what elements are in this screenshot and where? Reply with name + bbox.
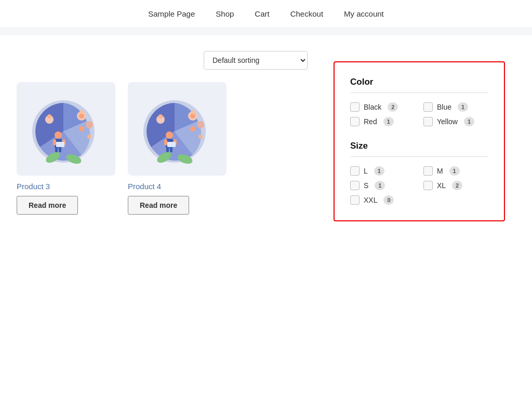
size-label-m: M [437, 167, 443, 175]
svg-rect-27 [167, 142, 176, 147]
color-label-blue: Blue [437, 103, 451, 111]
svg-point-3 [55, 131, 62, 139]
color-divider [350, 92, 488, 93]
svg-point-33 [158, 114, 163, 118]
size-option-xl[interactable]: XL 2 [423, 181, 488, 190]
size-count-s: 1 [375, 181, 385, 190]
svg-rect-7 [55, 147, 58, 152]
checkbox-blue[interactable] [423, 102, 433, 112]
size-count-l: 1 [374, 166, 384, 176]
filter-panel-outer: Color Black 2 Blue 1 [323, 51, 515, 232]
svg-rect-9 [56, 142, 64, 147]
checkbox-xxl[interactable] [350, 195, 360, 205]
nav-my-account[interactable]: My account [344, 9, 384, 18]
svg-point-15 [47, 114, 51, 118]
size-option-xxl[interactable]: XXL 0 [350, 195, 415, 205]
left-column: Default sorting Sort by popularity Sort … [17, 51, 308, 232]
svg-point-17 [87, 135, 91, 139]
product-image-4 [128, 82, 227, 176]
product-name-3: Product 3 [17, 182, 50, 191]
color-filter-title: Color [350, 77, 488, 87]
color-count-yellow: 1 [464, 117, 474, 126]
filter-panel: Color Black 2 Blue 1 [334, 61, 505, 221]
size-count-xl: 2 [452, 181, 462, 190]
color-filter-options: Black 2 Blue 1 Red 1 [350, 102, 488, 126]
color-option-yellow[interactable]: Yellow 1 [423, 117, 488, 126]
svg-rect-23 [164, 139, 167, 145]
product-name-4: Product 4 [128, 182, 161, 191]
size-filter-title: Size [350, 141, 488, 151]
color-count-blue: 1 [458, 102, 468, 112]
main-content: Default sorting Sort by popularity Sort … [6, 35, 526, 247]
svg-point-12 [79, 110, 84, 114]
size-option-s[interactable]: S 1 [350, 181, 415, 190]
size-label-xxl: XXL [364, 196, 377, 204]
color-count-black: 2 [388, 102, 398, 112]
product-card-4: Product 4 Read more [128, 82, 227, 215]
size-label-l: L [364, 167, 368, 175]
svg-rect-8 [59, 147, 61, 152]
nav-cart[interactable]: Cart [255, 9, 269, 18]
nav-sample-page[interactable]: Sample Page [148, 9, 195, 18]
nav-checkout[interactable]: Checkout [290, 9, 323, 18]
svg-point-35 [198, 135, 203, 139]
checkbox-s[interactable] [350, 181, 360, 190]
color-option-red[interactable]: Red 1 [350, 117, 415, 126]
nav: Sample Page Shop Cart Checkout My accoun… [148, 9, 384, 18]
svg-rect-26 [170, 147, 172, 152]
header: Sample Page Shop Cart Checkout My accoun… [0, 0, 532, 28]
checkbox-yellow[interactable] [423, 117, 433, 126]
sort-select[interactable]: Default sorting Sort by popularity Sort … [204, 51, 308, 70]
svg-point-16 [79, 126, 84, 131]
svg-point-30 [191, 110, 195, 114]
svg-point-21 [166, 131, 173, 139]
color-filter-section: Color Black 2 Blue 1 [350, 77, 488, 126]
color-count-red: 1 [383, 117, 394, 126]
size-option-m[interactable]: M 1 [423, 166, 488, 176]
checkbox-xl[interactable] [423, 181, 433, 190]
svg-rect-5 [53, 139, 56, 145]
size-filter-section: Size L 1 M 1 [350, 141, 488, 205]
product-card-3: Product 3 Read more [17, 82, 115, 215]
color-label-yellow: Yellow [437, 117, 458, 126]
color-option-black[interactable]: Black 2 [350, 102, 415, 112]
svg-point-13 [86, 121, 93, 128]
product-grid: Product 3 Read more [17, 82, 308, 215]
color-label-red: Red [364, 117, 377, 126]
read-more-button-4[interactable]: Read more [128, 196, 189, 215]
nav-shop[interactable]: Shop [216, 9, 234, 18]
svg-rect-25 [166, 147, 169, 152]
checkbox-m[interactable] [423, 166, 433, 176]
color-label-black: Black [364, 103, 381, 111]
sub-header [0, 28, 532, 35]
size-label-s: S [364, 181, 368, 190]
checkbox-l[interactable] [350, 166, 360, 176]
checkbox-red[interactable] [350, 117, 360, 126]
size-option-l[interactable]: L 1 [350, 166, 415, 176]
color-option-blue[interactable]: Blue 1 [423, 102, 488, 112]
size-count-xxl: 0 [383, 195, 394, 205]
checkbox-black[interactable] [350, 102, 360, 112]
read-more-button-3[interactable]: Read more [17, 196, 78, 215]
size-count-m: 1 [449, 166, 460, 176]
sort-row: Default sorting Sort by popularity Sort … [17, 51, 308, 70]
size-filter-options: L 1 M 1 S 1 [350, 166, 488, 205]
svg-point-31 [197, 121, 204, 128]
size-divider [350, 156, 488, 157]
product-image-3 [17, 82, 115, 176]
right-column: Color Black 2 Blue 1 [323, 51, 515, 232]
svg-point-34 [190, 126, 195, 131]
size-label-xl: XL [437, 181, 446, 190]
